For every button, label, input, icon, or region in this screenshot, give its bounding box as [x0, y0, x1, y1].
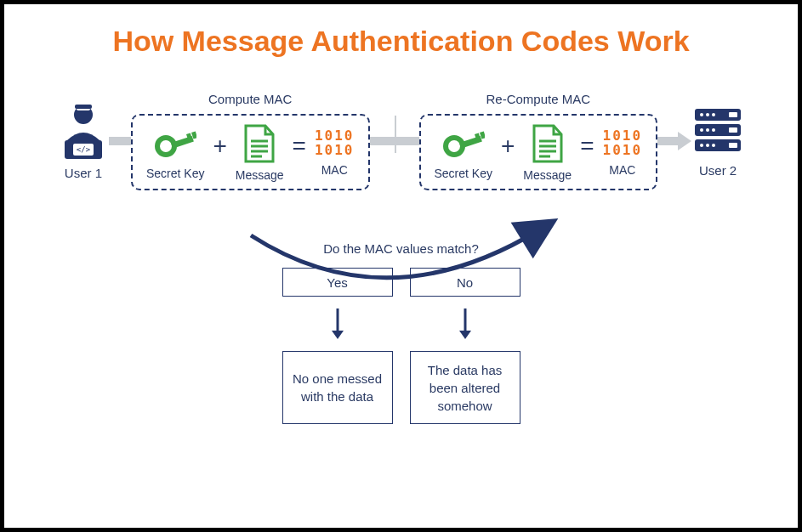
compute-mac-group: Compute MAC Secret Key + — [131, 92, 370, 190]
svg-point-6 — [157, 138, 174, 155]
plus-symbol-2: + — [501, 133, 515, 160]
no-column: No The data has been altered somehow — [410, 268, 520, 424]
decision-row: Yes No one messed with the data No The d… — [23, 268, 779, 424]
yes-result-box: No one messed with the data — [282, 351, 393, 424]
document-icon — [243, 124, 276, 163]
arrow-down-icon — [457, 307, 474, 341]
mac-binary: 1010 1010 — [315, 129, 355, 158]
message-item-2: Message — [523, 124, 572, 182]
arrow-1 — [109, 137, 131, 145]
svg-rect-35 — [729, 127, 737, 133]
mac-item-2: 1010 1010 MAC — [603, 129, 643, 177]
svg-text:</>: </> — [77, 145, 91, 154]
recompute-mac-title: Re-Compute MAC — [419, 92, 658, 106]
svg-point-28 — [700, 128, 703, 132]
svg-point-31 — [700, 144, 703, 147]
svg-point-32 — [706, 144, 709, 147]
recompute-mac-box: Secret Key + Message = 1010 1010 — [419, 114, 658, 190]
mac-label: MAC — [321, 163, 348, 177]
svg-point-25 — [700, 113, 703, 116]
message-item: Message — [236, 124, 284, 182]
user-left-label: User 1 — [65, 166, 102, 180]
equals-symbol-2: = — [580, 133, 594, 160]
message-label-2: Message — [523, 168, 572, 182]
svg-point-29 — [706, 128, 709, 132]
document-icon — [532, 124, 564, 163]
svg-point-30 — [712, 128, 715, 132]
plus-symbol: + — [213, 133, 226, 160]
arrow-down-icon — [329, 307, 346, 341]
user-icon: </> — [58, 103, 109, 159]
server-icon — [691, 105, 744, 156]
no-box: No — [410, 268, 520, 297]
mac-binary-2: 1010 1010 — [603, 129, 643, 158]
key-icon — [442, 126, 485, 161]
compute-mac-title: Compute MAC — [131, 92, 370, 106]
vertical-separator — [395, 116, 396, 153]
no-result-box: The data has been altered somehow — [410, 351, 520, 424]
yes-column: Yes No one messed with the data — [282, 268, 393, 424]
match-question: Do the MAC values match? — [23, 241, 779, 256]
user-left: </> User 1 — [58, 103, 109, 180]
arrow-2 — [370, 137, 419, 145]
svg-point-27 — [712, 113, 715, 116]
secret-key-item-2: Secret Key — [435, 126, 492, 180]
arrow-3 — [657, 137, 680, 145]
key-icon — [154, 126, 196, 161]
user-right: User 2 — [691, 105, 744, 178]
compute-mac-box: Secret Key + Message = 1010 1010 — [131, 114, 370, 190]
svg-rect-2 — [75, 105, 92, 109]
svg-rect-36 — [729, 143, 737, 148]
diagram-title: How Message Authentication Codes Work — [23, 25, 779, 58]
secret-key-label-2: Secret Key — [435, 167, 492, 180]
mac-label-2: MAC — [609, 163, 635, 177]
recompute-mac-group: Re-Compute MAC Secret Key + — [419, 92, 658, 190]
secret-key-item: Secret Key — [146, 126, 204, 180]
user-right-label: User 2 — [699, 163, 737, 178]
svg-point-14 — [446, 138, 463, 155]
flow-row: </> User 1 Compute MAC Secret Key + — [23, 92, 779, 190]
message-label: Message — [236, 168, 284, 182]
equals-symbol: = — [293, 133, 306, 160]
svg-rect-34 — [729, 112, 737, 117]
svg-point-33 — [712, 144, 715, 147]
svg-point-26 — [706, 113, 709, 116]
yes-box: Yes — [282, 268, 393, 297]
secret-key-label: Secret Key — [146, 167, 204, 180]
mac-item: 1010 1010 MAC — [315, 129, 355, 177]
